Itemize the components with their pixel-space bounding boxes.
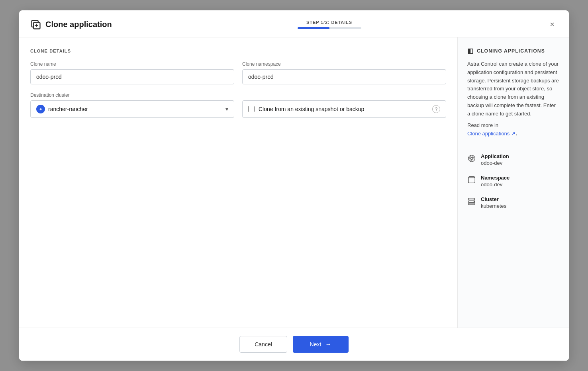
main-content: CLONE DETAILS Clone name Clone namespace <box>19 37 457 328</box>
cancel-button[interactable]: Cancel <box>239 336 287 353</box>
namespace-value: odoo-dev <box>481 182 510 187</box>
sidebar-divider <box>467 145 559 145</box>
clone-name-input[interactable] <box>30 69 234 84</box>
next-button-label: Next <box>310 341 321 348</box>
svg-point-6 <box>470 156 474 160</box>
clone-name-label: Clone name <box>30 61 234 67</box>
modal-footer: Cancel Next → <box>19 328 569 361</box>
clone-namespace-field: Clone namespace <box>242 61 446 84</box>
clone-applications-link[interactable]: Clone applications ↗ <box>467 131 515 137</box>
next-button[interactable]: Next → <box>293 336 349 353</box>
modal-body: CLONE DETAILS Clone name Clone namespace <box>19 37 569 328</box>
read-more-text: Read more in <box>467 122 559 128</box>
clone-icon <box>30 19 41 30</box>
svg-point-10 <box>474 199 475 199</box>
namespace-label: Namespace <box>481 175 510 181</box>
step-progress-fill <box>298 27 329 29</box>
modal-title-group: Clone application <box>30 19 112 30</box>
chevron-down-icon: ▾ <box>225 106 228 112</box>
form-row-names: Clone name Clone namespace <box>30 61 446 84</box>
cluster-value: kubernetes <box>481 203 506 209</box>
help-icon[interactable]: ? <box>432 105 440 113</box>
namespace-icon <box>467 176 476 184</box>
clone-application-modal: Clone application STEP 1/2: DETAILS × CL… <box>19 10 569 361</box>
svg-rect-9 <box>468 203 475 205</box>
clone-from-snapshot-checkbox-row: Clone from an existing snapshot or backu… <box>242 100 446 118</box>
sidebar: ◧ CLONING APPLICATIONS Astra Control can… <box>457 37 569 328</box>
section-header: CLONE DETAILS <box>30 49 446 53</box>
cluster-icon <box>467 197 476 206</box>
step-indicator: STEP 1/2: DETAILS <box>298 20 361 29</box>
destination-cluster-dropdown[interactable]: ✦ rancher-rancher ▾ <box>30 100 234 118</box>
modal-title: Clone application <box>45 20 112 29</box>
sidebar-info-namespace: Namespace odoo-dev <box>467 175 559 187</box>
sidebar-title: ◧ CLONING APPLICATIONS <box>467 47 559 55</box>
clone-namespace-input[interactable] <box>242 69 446 84</box>
clone-from-snapshot-spacer <box>242 92 446 98</box>
close-button[interactable]: × <box>547 18 558 31</box>
cluster-label: Cluster <box>481 196 506 202</box>
application-icon <box>467 154 476 163</box>
clone-from-snapshot-checkbox[interactable] <box>248 106 255 112</box>
cluster-name: rancher-rancher <box>48 106 88 112</box>
clone-name-field: Clone name <box>30 61 234 84</box>
destination-cluster-field: Destination cluster ✦ rancher-rancher ▾ <box>30 92 234 118</box>
rancher-cluster-icon: ✦ <box>36 105 45 113</box>
modal-header: Clone application STEP 1/2: DETAILS × <box>19 10 569 37</box>
application-value: odoo-dev <box>481 160 509 166</box>
sidebar-info-application: Application odoo-dev <box>467 153 559 166</box>
cluster-option: ✦ rancher-rancher <box>36 105 88 113</box>
destination-cluster-label: Destination cluster <box>30 92 234 98</box>
application-label: Application <box>481 153 509 159</box>
clone-from-snapshot-label: Clone from an existing snapshot or backu… <box>259 106 428 112</box>
sidebar-title-icon: ◧ <box>467 47 474 55</box>
svg-point-5 <box>470 157 473 160</box>
external-link-icon: ↗ <box>511 131 515 137</box>
clone-namespace-label: Clone namespace <box>242 61 446 67</box>
clone-from-snapshot-field: Clone from an existing snapshot or backu… <box>242 92 446 118</box>
sidebar-info-cluster: Cluster kubernetes <box>467 196 559 209</box>
step-progress-bar <box>298 27 361 29</box>
sidebar-description: Astra Control can create a clone of your… <box>467 60 559 118</box>
svg-point-11 <box>474 201 475 202</box>
arrow-right-icon: → <box>325 341 331 348</box>
form-row-cluster: Destination cluster ✦ rancher-rancher ▾ <box>30 92 446 118</box>
step-label: STEP 1/2: DETAILS <box>306 20 352 25</box>
